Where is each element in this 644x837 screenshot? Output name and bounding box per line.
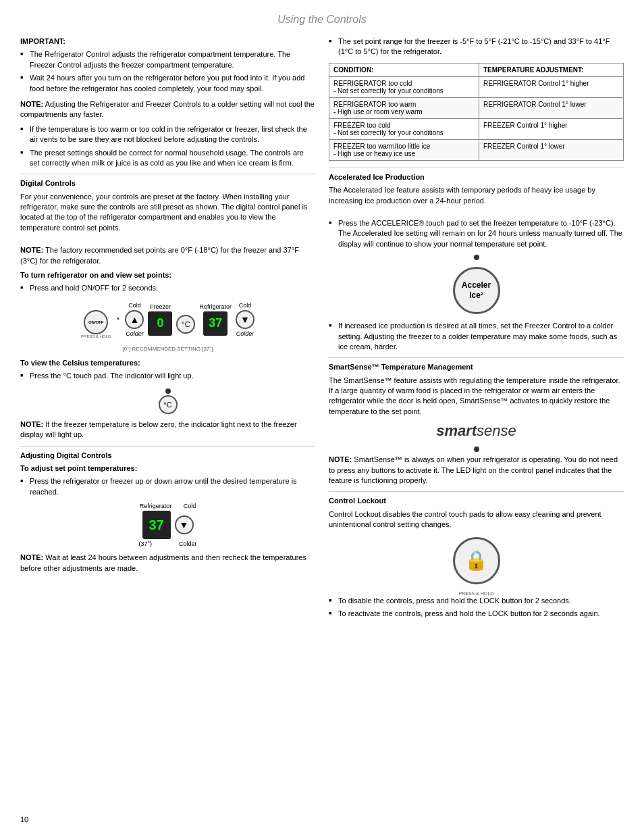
table-cell: REFRIGERATOR Control 1° lower — [479, 97, 624, 118]
ref-diagram-arrow: ▼ — [175, 515, 194, 534]
control-diagram: ON/OFF PRESS & HOLD · Cold ▲ Colder Free… — [20, 301, 315, 338]
sense-text: sense — [477, 422, 516, 439]
bullet-item: Wait 24 hours after you turn on the refr… — [20, 73, 315, 94]
celsius-diagram: °C — [20, 387, 315, 414]
ref-diagram-sub: (37°) — [138, 540, 152, 547]
digital-controls-section: Digital Controls For your convenience, y… — [20, 174, 315, 440]
note3: NOTE: If the freezer temperature is belo… — [20, 420, 315, 440]
note3-prefix: NOTE: — [20, 420, 43, 428]
colder1-label: Colder — [126, 330, 144, 337]
control-lockout-title: Control Lockout — [329, 496, 624, 506]
on-off-group: ON/OFF PRESS & HOLD — [81, 301, 111, 338]
table-header-condition: CONDITION: — [329, 63, 479, 76]
table-header-adjustment: TEMPERATURE ADJUSTMENT: — [479, 63, 624, 76]
table-cell: REFRIGERATOR too cold - Not set correctl… — [329, 76, 479, 97]
ref-display-group: Refrigerator 37 — [199, 303, 232, 336]
table-cell: REFRIGERATOR too warm - High use or room… — [329, 97, 479, 118]
smartsense-note-text: SmartSense™ is always on when your refri… — [329, 455, 618, 484]
note2: NOTE: The factory recommended set points… — [20, 245, 315, 266]
colder2-label: Colder — [236, 330, 254, 337]
note1-text: Adjusting the Refrigerator and Freezer C… — [20, 100, 315, 118]
freezer-label: Freezer — [150, 303, 171, 310]
accelerated-ice-bullets: Press the ACCELERICE® touch pad to set t… — [329, 218, 624, 249]
condition-table: CONDITION: TEMPERATURE ADJUSTMENT: REFRI… — [329, 63, 624, 161]
celsius-dot — [165, 388, 171, 394]
note1: NOTE: Adjusting the Refrigerator and Fre… — [20, 99, 315, 120]
table-cell: FREEZER Control 1° lower — [479, 139, 624, 160]
turn-on-bullet: Press and hold ON/OFF for 2 seconds. — [20, 283, 315, 293]
acceler-btn-container: Acceler Ice² — [329, 255, 624, 314]
ref-down-arrow: ▼ — [236, 310, 254, 329]
adjust-bullet: Press the refrigerator or freezer up or … — [20, 476, 315, 497]
ref-diagram-colder: Colder — [179, 540, 197, 547]
smart-text: smart — [436, 422, 477, 439]
refrigerator-label: Refrigerator — [199, 303, 232, 310]
freezer-display: 0 — [148, 311, 172, 336]
lock-button: 🔒 — [453, 537, 500, 584]
note4: NOTE: Wait at least 24 hours between adj… — [20, 553, 315, 574]
page-number: 10 — [20, 815, 28, 823]
acceler-line2: Ice² — [469, 290, 483, 301]
page-title: Using the Controls — [20, 14, 624, 26]
lock-press-text: PRESS & HOLD — [329, 591, 624, 596]
right-column: The set point range for the freezer is -… — [329, 36, 624, 624]
important-bullets: The Refrigerator Control adjusts the ref… — [20, 49, 315, 94]
table-cell: REFRIGERATOR Control 1° higher — [479, 76, 624, 97]
smartsense-logo: smartsense — [329, 422, 624, 440]
range-bullets: The set point range for the freezer is -… — [329, 36, 624, 57]
ref-display: 37 — [203, 311, 227, 336]
accelerated-ice-bullet: Press the ACCELERICE® touch pad to set t… — [329, 218, 624, 249]
control-lockout-section: Control Lockout Control Lockout disables… — [329, 491, 624, 619]
adjust-sub-title: To adjust set point temperatures: — [20, 463, 315, 474]
turn-on-bullets: Press and hold ON/OFF for 2 seconds. — [20, 283, 315, 293]
celsius-title: To view the Celsius temperatures: — [20, 358, 315, 368]
ref-diagram-display: 37 — [142, 511, 171, 539]
note2-text: The factory recommended set points are 0… — [20, 246, 299, 264]
smartsense-p1: The SmartSense™ feature assists with reg… — [329, 376, 624, 417]
freezer-display-group: Freezer 0 — [148, 303, 172, 336]
cold2-label: Cold — [239, 302, 252, 309]
accelerated-ice-title: Accelerated Ice Production — [329, 172, 624, 182]
note3-text: If the freezer temperature is below zero… — [20, 420, 297, 438]
acceler-ice-button: Acceler Ice² — [453, 267, 500, 314]
freezer-up-group: Cold ▲ Colder — [125, 302, 144, 337]
celsius-group: °C — [176, 305, 195, 334]
note4-prefix: NOTE: — [20, 553, 43, 561]
lock-btn-container: 🔒 PRESS & HOLD — [329, 537, 624, 596]
adjusting-title: Adjusting Digital Controls — [20, 451, 315, 461]
turn-on-title: To turn refrigerator on and view set poi… — [20, 270, 315, 280]
table-cell: FREEZER too warm/too little ice - High u… — [329, 139, 479, 160]
lockout-bullet-1: To disable the controls, press and hold … — [329, 596, 624, 606]
celsius-bullet: Press the °C touch pad. The indicator wi… — [20, 371, 315, 381]
celsius-button: °C — [176, 315, 195, 334]
lockout-bullets: To disable the controls, press and hold … — [329, 596, 624, 619]
bullets2: If the temperature is too warm or too co… — [20, 124, 315, 169]
smartsense-note: NOTE: SmartSense™ is always on when your… — [329, 455, 624, 486]
acceler-bullets2: If increased ice production is desired a… — [329, 321, 624, 352]
smartsense-title: SmartSense™ Temperature Management — [329, 362, 624, 372]
ref-diagram: Refrigerator Cold 37 ▼ (37°) Colder — [20, 503, 315, 547]
press-hold-label: PRESS & HOLD — [81, 334, 111, 338]
bullet-item: If the temperature is too warm or too co… — [20, 124, 315, 145]
accelerated-ice-p1: The Accelerated Ice feature assists with… — [329, 185, 624, 206]
acceler-dot — [474, 255, 479, 260]
bullet-item: The Refrigerator Control adjusts the ref… — [20, 49, 315, 70]
on-off-button: ON/OFF — [84, 310, 108, 334]
note2-prefix: NOTE: — [20, 246, 43, 254]
table-cell: FREEZER Control 1° higher — [479, 118, 624, 139]
left-column: IMPORTANT: The Refrigerator Control adju… — [20, 36, 315, 624]
range-bullet: The set point range for the freezer is -… — [329, 36, 624, 57]
important-label: IMPORTANT: — [20, 36, 315, 47]
smartsense-note-prefix: NOTE: — [329, 455, 352, 463]
lockout-bullet-2: To reactivate the controls, press and ho… — [329, 609, 624, 619]
cold1-label: Cold — [128, 302, 141, 309]
ref-diagram-label: Refrigerator Cold — [140, 503, 196, 509]
recommended-setting: [0°] RECOMMENDED SETTING [37°] — [20, 345, 315, 353]
ref-down-group: Cold ▼ Colder — [236, 302, 254, 337]
celsius-bullets: Press the °C touch pad. The indicator wi… — [20, 371, 315, 381]
acceler-bullet2: If increased ice production is desired a… — [329, 321, 624, 352]
adjusting-section: Adjusting Digital Controls To adjust set… — [20, 446, 315, 574]
accelerated-ice-section: Accelerated Ice Production The Accelerat… — [329, 168, 624, 353]
control-lockout-p1: Control Lockout disables the control tou… — [329, 509, 624, 530]
bullet-item: The preset settings should be correct fo… — [20, 148, 315, 169]
